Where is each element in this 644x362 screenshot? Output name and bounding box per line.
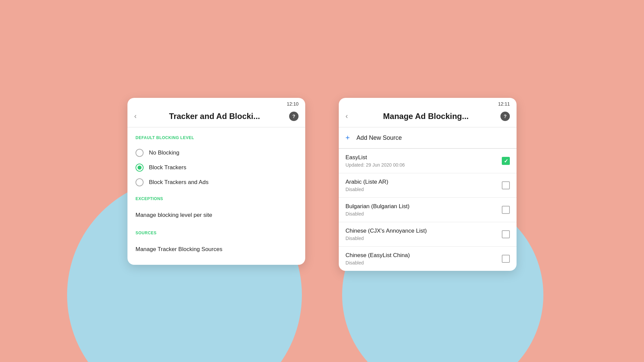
chinese-cjx-checkbox[interactable] <box>502 230 510 238</box>
arabic-info: Arabic (Liste AR) Disabled <box>345 179 502 192</box>
block-trackers-label: Block Trackers <box>149 164 186 171</box>
right-phone-screen: 12:11 ‹ Manage Ad Blocking... ? + Add Ne… <box>339 98 517 271</box>
left-phone-screen: 12:10 ‹ Tracker and Ad Blocki... ? DEFAU… <box>127 98 305 265</box>
arabic-checkbox[interactable] <box>502 181 510 189</box>
add-new-source-button[interactable]: + Add New Source <box>339 127 517 148</box>
left-screen-header: ‹ Tracker and Ad Blocki... ? <box>127 108 305 127</box>
left-screen-content: DEFAULT BLOCKING LEVEL No Blocking Block… <box>127 127 305 265</box>
left-status-bar: 12:10 <box>127 98 305 108</box>
bulgarian-checkbox[interactable] <box>502 206 510 214</box>
right-help-button[interactable]: ? <box>500 112 510 121</box>
exceptions-section: EXCEPTIONS Manage blocking level per sit… <box>136 196 297 224</box>
no-blocking-option[interactable]: No Blocking <box>136 145 297 160</box>
left-time: 12:10 <box>287 101 299 107</box>
chinese-cjx-item[interactable]: Chinese (CJX's Annoyance List) Disabled <box>339 222 517 246</box>
arabic-item[interactable]: Arabic (Liste AR) Disabled <box>339 173 517 197</box>
no-blocking-radio[interactable] <box>136 149 144 157</box>
add-new-source-label: Add New Source <box>357 134 402 141</box>
chinese-easylist-status: Disabled <box>345 260 502 265</box>
bulgarian-name: Bulgarian (Bulgarian List) <box>345 203 502 210</box>
arabic-name: Arabic (Liste AR) <box>345 179 502 185</box>
left-help-button[interactable]: ? <box>289 112 299 121</box>
chinese-easylist-item[interactable]: Chinese (EasyList China) Disabled <box>339 246 517 271</box>
plus-icon: + <box>345 133 350 142</box>
sources-section: SOURCES Manage Tracker Blocking Sources <box>136 231 297 258</box>
chinese-easylist-name: Chinese (EasyList China) <box>345 252 502 259</box>
easylist-info: EasyList Updated: 29 Jun 2020 00:06 <box>345 154 502 168</box>
left-header-title: Tracker and Ad Blocki... <box>140 112 289 121</box>
chinese-cjx-name: Chinese (CJX's Annoyance List) <box>345 228 502 234</box>
right-time: 12:11 <box>498 101 510 107</box>
easylist-checkbox[interactable] <box>502 157 510 165</box>
blocking-level-label: DEFAULT BLOCKING LEVEL <box>136 135 297 140</box>
exceptions-label: EXCEPTIONS <box>136 196 297 201</box>
block-trackers-ads-label: Block Trackers and Ads <box>149 179 209 186</box>
right-status-bar: 12:11 <box>339 98 517 108</box>
sources-label: SOURCES <box>136 231 297 235</box>
left-back-button[interactable]: ‹ <box>134 112 137 121</box>
screens-container: 12:10 ‹ Tracker and Ad Blocki... ? DEFAU… <box>127 91 517 271</box>
arabic-status: Disabled <box>345 187 502 192</box>
block-trackers-radio[interactable] <box>136 164 144 172</box>
right-screen-header: ‹ Manage Ad Blocking... ? <box>339 108 517 127</box>
right-back-button[interactable]: ‹ <box>345 112 348 121</box>
no-blocking-label: No Blocking <box>149 149 179 156</box>
block-trackers-ads-radio[interactable] <box>136 178 144 186</box>
bulgarian-status: Disabled <box>345 211 502 217</box>
manage-blocking-item[interactable]: Manage blocking level per site <box>136 206 297 224</box>
easylist-item[interactable]: EasyList Updated: 29 Jun 2020 00:06 <box>339 148 517 173</box>
block-trackers-option[interactable]: Block Trackers <box>136 160 297 175</box>
chinese-easylist-info: Chinese (EasyList China) Disabled <box>345 252 502 265</box>
easylist-status: Updated: 29 Jun 2020 00:06 <box>345 162 502 168</box>
block-trackers-ads-option[interactable]: Block Trackers and Ads <box>136 175 297 190</box>
chinese-cjx-status: Disabled <box>345 236 502 241</box>
manage-sources-item[interactable]: Manage Tracker Blocking Sources <box>136 241 297 258</box>
bulgarian-item[interactable]: Bulgarian (Bulgarian List) Disabled <box>339 197 517 222</box>
chinese-easylist-checkbox[interactable] <box>502 255 510 263</box>
right-header-title: Manage Ad Blocking... <box>351 112 500 121</box>
bulgarian-info: Bulgarian (Bulgarian List) Disabled <box>345 203 502 217</box>
chinese-cjx-info: Chinese (CJX's Annoyance List) Disabled <box>345 228 502 241</box>
easylist-name: EasyList <box>345 154 502 161</box>
